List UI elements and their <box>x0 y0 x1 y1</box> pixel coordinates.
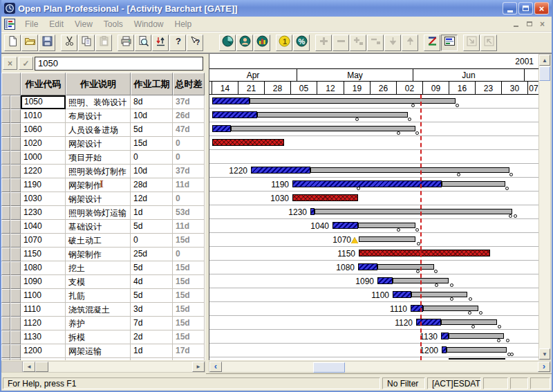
duration-cell[interactable]: 1d <box>131 206 173 220</box>
baseline-bar[interactable] <box>442 181 505 187</box>
row-selector[interactable] <box>10 358 21 360</box>
menu-file[interactable]: File <box>19 18 44 30</box>
activity-code-cell[interactable]: 1010 <box>21 109 66 123</box>
cancel-edit-button[interactable]: × <box>3 57 17 70</box>
open-button[interactable] <box>21 35 38 51</box>
gantt-vertical-scrollbar[interactable]: ▲ ▼ <box>538 54 551 360</box>
activity-desc-cell[interactable]: 钢架设计 <box>66 192 131 206</box>
activity-code-cell[interactable]: 1090 <box>21 275 66 289</box>
gantt-vscroll-thumb[interactable] <box>539 66 550 81</box>
row-selector[interactable] <box>10 192 21 206</box>
minimize-button[interactable] <box>503 2 517 15</box>
menu-view[interactable]: View <box>69 18 98 30</box>
duration-cell[interactable]: 10d <box>131 109 173 123</box>
row-selector[interactable] <box>10 248 21 261</box>
duration-cell[interactable]: 5d <box>131 220 173 234</box>
column-header-2[interactable]: 作业工期 <box>131 73 173 95</box>
activity-code-cell[interactable]: 1190 <box>21 178 66 192</box>
row-selector[interactable] <box>10 330 21 344</box>
new-button[interactable] <box>4 35 21 51</box>
row-selector[interactable] <box>1 178 10 192</box>
row-selector[interactable] <box>1 137 10 151</box>
total-float-cell[interactable]: 15d <box>173 234 205 248</box>
activity-desc-cell[interactable]: 人员设备进场 <box>66 123 131 137</box>
row-selector[interactable] <box>10 261 21 275</box>
menu-help[interactable]: Help <box>169 18 198 30</box>
activity-desc-cell[interactable]: 挖土 <box>66 261 131 275</box>
save-button[interactable] <box>39 35 55 51</box>
total-float-cell[interactable]: 15d <box>173 289 205 303</box>
activity-code-cell[interactable]: 1230 <box>21 206 66 220</box>
row-selector[interactable] <box>1 151 10 165</box>
activity-desc-cell[interactable]: 土建完成 <box>66 358 131 360</box>
activity-desc-cell[interactable]: 养护 <box>66 317 131 330</box>
total-float-cell[interactable]: 37d <box>173 95 205 109</box>
total-float-cell[interactable]: 15d <box>173 275 205 289</box>
activity-desc-cell[interactable]: 项目开始 <box>66 151 131 165</box>
print-button[interactable] <box>118 35 134 51</box>
gantt-scroll-right-icon[interactable]: › <box>538 362 550 372</box>
row-selector[interactable] <box>1 275 10 289</box>
activity-desc-cell[interactable]: 破土动工 <box>66 234 131 248</box>
total-float-cell[interactable]: 53d <box>173 206 205 220</box>
row-selector[interactable] <box>10 178 21 192</box>
activity-desc-cell[interactable]: 照明、装饰设计 <box>66 95 131 109</box>
progress-bar[interactable] <box>393 291 411 298</box>
baseline-bar[interactable] <box>315 209 512 214</box>
row-selector[interactable] <box>10 344 21 358</box>
baseline-bar[interactable] <box>358 223 415 228</box>
menu-tools[interactable]: Tools <box>98 18 129 30</box>
zigzag-button[interactable] <box>424 35 440 51</box>
activity-desc-cell[interactable]: 基础设计 <box>66 220 131 234</box>
activity-desc-cell[interactable]: 布局设计 <box>66 109 131 123</box>
row-selector[interactable] <box>1 248 10 261</box>
total-float-cell[interactable]: 47d <box>173 123 205 137</box>
close-button[interactable]: × <box>534 2 549 15</box>
baseline-bar[interactable] <box>449 333 504 339</box>
row-selector[interactable] <box>1 317 10 330</box>
activity-code-cell[interactable]: 1030 <box>21 192 66 206</box>
row-selector[interactable] <box>1 234 10 248</box>
total-float-cell[interactable]: 37d <box>173 165 205 178</box>
row-selector[interactable] <box>10 275 21 289</box>
gantt-week-header[interactable]: 14212805121926020916233007 <box>209 82 538 95</box>
duration-cell[interactable]: 0 <box>131 151 173 165</box>
activity-code-cell[interactable]: 1050 <box>21 95 66 109</box>
activity-code-cell[interactable]: 1040 <box>21 220 66 234</box>
activity-code-cell[interactable]: 1070 <box>21 234 66 248</box>
activity-desc-cell[interactable]: 网架运输 <box>66 344 131 358</box>
menu-window[interactable]: Window <box>129 18 169 30</box>
activity-code-cell[interactable] <box>21 358 66 360</box>
activity-desc-cell[interactable]: 照明装饰灯制作 <box>66 165 131 178</box>
row-selector[interactable] <box>10 220 21 234</box>
baseline-bar[interactable] <box>359 236 415 242</box>
critical-bar[interactable] <box>292 194 358 201</box>
accept-edit-button[interactable]: ✓ <box>19 57 33 70</box>
row-selector[interactable] <box>10 317 21 330</box>
row-selector[interactable] <box>1 358 10 360</box>
activity-code-cell[interactable]: 1100 <box>21 289 66 303</box>
duration-cell[interactable]: 1d <box>131 344 173 358</box>
total-float-cell[interactable]: 15d <box>173 303 205 317</box>
progress-bar[interactable] <box>377 277 393 284</box>
activity-code-cell[interactable]: 1220 <box>21 165 66 178</box>
duration-cell[interactable]: 15d <box>131 137 173 151</box>
duration-cell[interactable]: 12d <box>131 192 173 206</box>
activity-desc-cell[interactable]: 钢架制作 <box>66 248 131 261</box>
duration-cell[interactable]: 3d <box>131 303 173 317</box>
activity-code-cell[interactable]: 1020 <box>21 137 66 151</box>
activity-desc-cell[interactable]: 拆模 <box>66 330 131 344</box>
duration-cell[interactable]: 25d <box>131 248 173 261</box>
progress-bar[interactable] <box>358 263 377 270</box>
row-selector[interactable] <box>10 289 21 303</box>
progress-bar[interactable] <box>212 97 250 104</box>
duration-cell[interactable]: 5d <box>131 261 173 275</box>
total-float-cell[interactable] <box>173 358 205 360</box>
column-header-3[interactable]: 总时差 <box>173 73 205 95</box>
menu-edit[interactable]: Edit <box>44 18 69 30</box>
scroll-up-icon[interactable]: ▲ <box>539 55 550 66</box>
progress-bar[interactable] <box>251 167 310 174</box>
critical-bar[interactable] <box>359 250 490 256</box>
cost-button[interactable]: 1 <box>276 35 292 51</box>
row-selector[interactable] <box>1 303 10 317</box>
